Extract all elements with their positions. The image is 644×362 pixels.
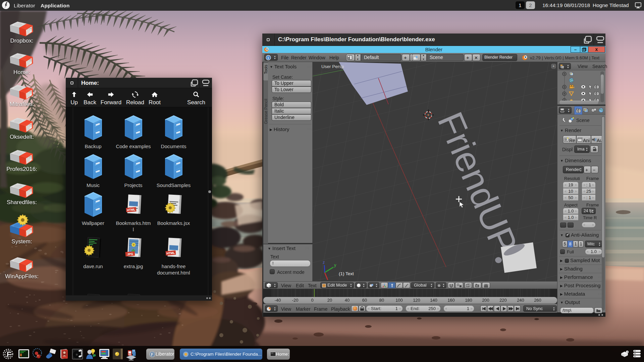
svg-text:F: F xyxy=(7,350,11,358)
svg-text:z: z xyxy=(323,260,325,265)
svg-text:i: i xyxy=(268,56,269,60)
svg-text:y: y xyxy=(334,262,336,267)
svg-text:F: F xyxy=(151,352,153,357)
svg-text:User Persp: User Persp xyxy=(321,64,344,69)
svg-text:FriendUP: FriendUP xyxy=(430,106,525,259)
svg-text:JPG: JPG xyxy=(127,252,133,256)
svg-text:(1) Text: (1) Text xyxy=(339,271,354,276)
svg-text:+: + xyxy=(552,64,554,68)
